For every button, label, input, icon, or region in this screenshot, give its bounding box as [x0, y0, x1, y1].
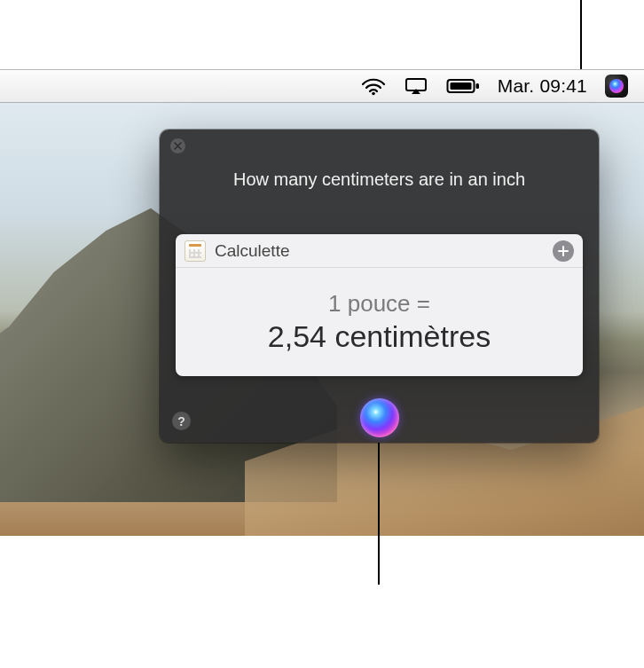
battery-icon[interactable] — [446, 77, 480, 95]
result-card-header: Calculette — [176, 234, 583, 268]
help-button[interactable]: ? — [172, 412, 191, 430]
menubar-clock[interactable]: Mar. 09:41 — [498, 75, 587, 97]
callout-line-bottom — [378, 443, 380, 585]
siri-results-panel: How many centimeters are in an inch Calc… — [160, 130, 599, 443]
calculator-icon — [185, 240, 206, 262]
result-value-line: 2,54 centimètres — [268, 319, 491, 354]
callout-line-top — [580, 0, 582, 69]
siri-mic-button[interactable] — [360, 398, 399, 437]
wifi-icon[interactable] — [361, 76, 386, 96]
siri-result-card: Calculette 1 pouce = 2,54 centimètres — [176, 234, 583, 376]
siri-icon — [609, 79, 624, 93]
svg-rect-3 — [450, 83, 471, 90]
airplay-icon[interactable] — [404, 76, 428, 96]
close-button[interactable] — [170, 138, 185, 153]
siri-menubar-button[interactable] — [605, 75, 628, 98]
siri-query-text: How many centimeters are in an inch — [160, 169, 599, 190]
add-result-button[interactable] — [553, 240, 574, 262]
result-unit-line: 1 pouce = — [328, 290, 430, 318]
svg-rect-4 — [475, 83, 479, 89]
result-card-body: 1 pouce = 2,54 centimètres — [176, 268, 583, 376]
menubar: Mar. 09:41 — [0, 69, 644, 103]
svg-point-0 — [372, 92, 375, 96]
result-app-name: Calculette — [215, 241, 290, 261]
